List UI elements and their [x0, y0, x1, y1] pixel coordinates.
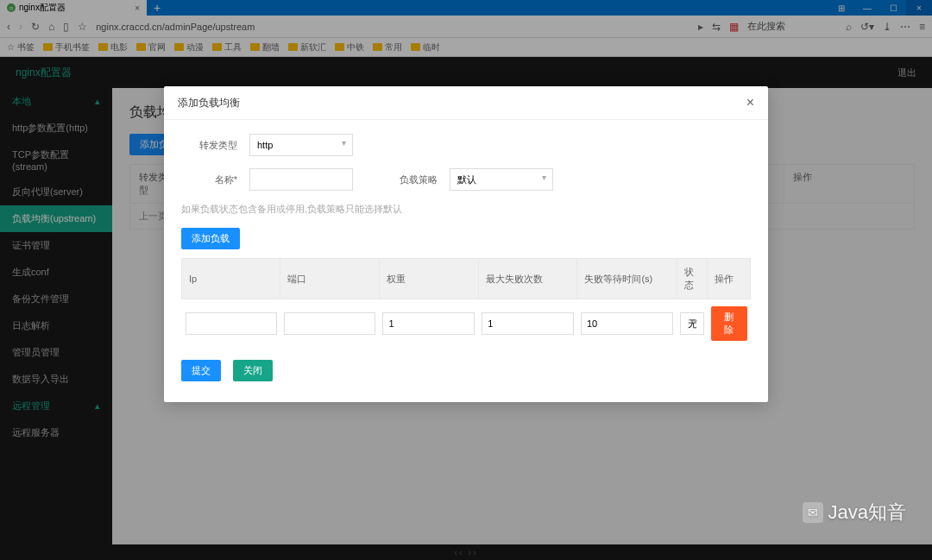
col-maxfail: 最大失败次数	[478, 259, 577, 299]
col-wait: 失败等待时间(s)	[577, 259, 677, 299]
modal-overlay: 添加负载均衡 × 转发类型 http 名称* 负载策略 默认 如果负载状态包含备…	[0, 0, 932, 560]
port-input[interactable]	[284, 312, 376, 335]
modal-title: 添加负载均衡	[178, 96, 240, 110]
submit-button[interactable]: 提交	[181, 360, 221, 381]
add-load-button[interactable]: 添加负载	[181, 228, 240, 249]
delete-row-button[interactable]: 删除	[711, 306, 747, 341]
type-label: 转发类型	[181, 139, 237, 152]
wechat-icon: ✉	[803, 502, 823, 523]
modal-close-button[interactable]: ×	[746, 95, 754, 110]
watermark: ✉ Java知音	[803, 500, 906, 525]
modal-add-upstream: 添加负载均衡 × 转发类型 http 名称* 负载策略 默认 如果负载状态包含备…	[164, 86, 768, 402]
col-ip: Ip	[182, 259, 280, 299]
type-select[interactable]: http	[249, 134, 353, 156]
ip-input[interactable]	[186, 312, 277, 335]
policy-hint: 如果负载状态包含备用或停用,负载策略只能选择默认	[181, 203, 402, 216]
col-port: 端口	[280, 259, 380, 299]
table-row: 无 删除	[182, 299, 751, 349]
modal-body: 转发类型 http 名称* 负载策略 默认 如果负载状态包含备用或停用,负载策略…	[164, 120, 768, 402]
col-op: 操作	[708, 259, 751, 299]
wait-input[interactable]	[581, 312, 673, 335]
close-button[interactable]: 关闭	[233, 360, 273, 381]
modal-header: 添加负载均衡 ×	[164, 86, 768, 120]
policy-label: 负载策略	[400, 173, 438, 186]
policy-select[interactable]: 默认	[450, 168, 553, 191]
col-weight: 权重	[379, 259, 478, 299]
maxfail-input[interactable]	[482, 312, 574, 335]
name-label: 名称*	[181, 173, 237, 186]
status-select[interactable]: 无	[680, 312, 703, 335]
weight-input[interactable]	[382, 312, 475, 335]
col-status: 状态	[677, 259, 707, 299]
name-input[interactable]	[249, 168, 353, 191]
load-table: Ip 端口 权重 最大失败次数 失败等待时间(s) 状态 操作 无 删除	[181, 258, 751, 348]
